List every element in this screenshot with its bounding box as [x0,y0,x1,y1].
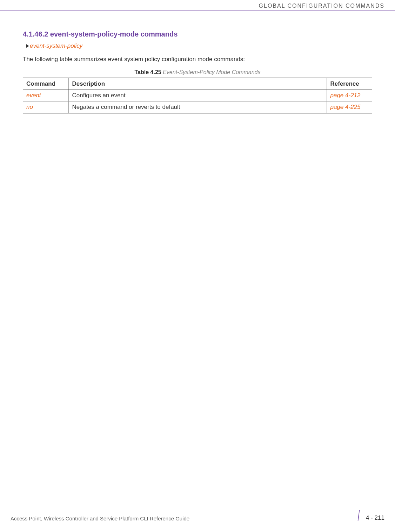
triangle-right-icon [26,44,29,48]
parent-link-text: event-system-policy [30,42,82,50]
table-row: event Configures an event page 4-212 [23,90,372,101]
chapter-title: GLOBAL CONFIGURATION COMMANDS [259,3,384,9]
table-caption: Table 4.25 Event-System-Policy Mode Comm… [23,69,372,75]
command-link[interactable]: event [23,90,68,101]
intro-paragraph: The following table summarizes event sys… [23,56,372,63]
header-reference: Reference [327,78,372,90]
table-row: no Negates a command or reverts to defau… [23,101,372,113]
command-description: Negates a command or reverts to default [68,101,327,113]
page-footer: Access Point, Wireless Controller and Se… [0,510,395,521]
section-heading: 4.1.46.2 event-system-policy-mode comman… [23,30,372,38]
page-number: 4 - 211 [366,514,384,521]
parent-section-link[interactable]: event-system-policy [26,42,372,50]
command-link[interactable]: no [23,101,68,113]
page-header: GLOBAL CONFIGURATION COMMANDS [0,0,395,11]
table-caption-title: Event-System-Policy Mode Commands [163,69,260,75]
command-description: Configures an event [68,90,327,101]
header-command: Command [23,78,68,90]
table-caption-label: Table 4.25 [135,69,161,75]
commands-table: Command Description Reference event Conf… [23,78,372,113]
reference-link[interactable]: page 4-225 [327,101,372,113]
table-header-row: Command Description Reference [23,78,372,90]
page-content: 4.1.46.2 event-system-policy-mode comman… [0,11,395,113]
reference-link[interactable]: page 4-212 [327,90,372,101]
slash-decoration-icon: / [358,510,360,521]
header-description: Description [68,78,327,90]
footer-guide-title: Access Point, Wireless Controller and Se… [11,515,189,521]
footer-right: / 4 - 211 [357,510,384,521]
